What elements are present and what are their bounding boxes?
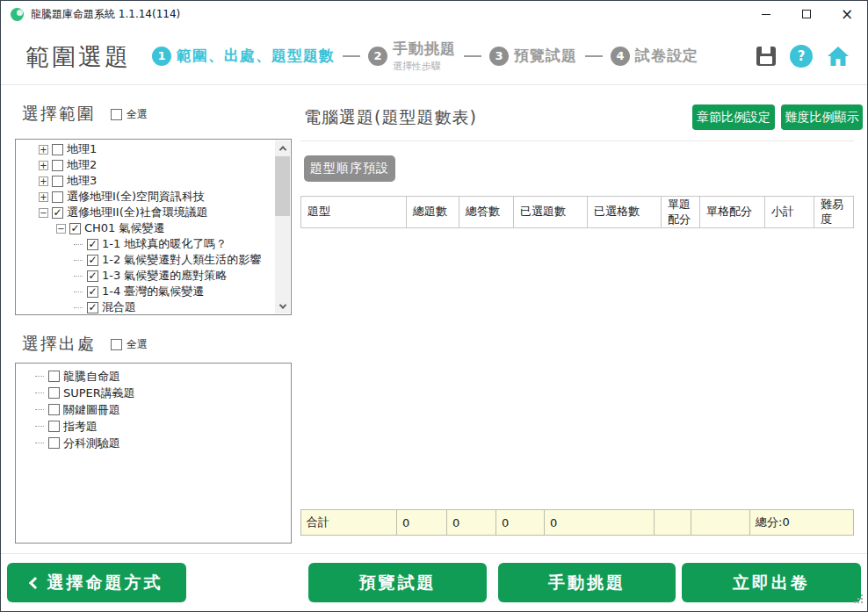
item-label[interactable]: 地理1 [67,141,97,157]
scroll-down-button[interactable] [275,299,290,313]
resize-grip[interactable] [854,594,863,603]
item-checkbox[interactable]: ✓ [87,270,98,282]
item-checkbox[interactable]: ✓ [87,255,98,266]
item-checkbox[interactable] [48,437,60,449]
scope-section-header: 選擇範圍 全選 [22,103,148,126]
tree-item: 龍騰自命題 [16,368,291,385]
step-2[interactable]: 2手動挑題選擇性步驟 [368,39,456,73]
step-number: 4 [611,47,630,66]
collapse-icon[interactable]: − [56,224,66,234]
item-checkbox[interactable]: ✓ [52,207,63,219]
item-checkbox[interactable]: ✓ [87,239,98,250]
scrollbar-thumb[interactable] [275,156,290,216]
summary-label-cell: 合計 [301,510,397,536]
item-label[interactable]: 1-1 地球真的暖化了嗎？ [102,236,227,252]
minimize-button[interactable] [746,1,786,27]
step-separator [343,55,360,57]
tree-item: ✓1-1 地球真的暖化了嗎？ [16,236,291,252]
tree-item: +地理1 [16,141,291,157]
item-checkbox[interactable] [48,371,60,382]
manual-pick-button[interactable]: 手動挑題 [498,563,676,602]
item-label[interactable]: 分科測驗題 [63,436,120,451]
step-3[interactable]: 3預覽試題 [489,46,577,66]
item-checkbox[interactable]: ✓ [87,286,98,298]
scope-select-all-checkbox[interactable] [111,109,122,120]
item-checkbox[interactable] [52,144,63,155]
step-label: 預覽試題 [514,46,577,66]
item-checkbox[interactable] [48,421,60,432]
close-icon: × [841,7,853,22]
item-label[interactable]: 選修地理I(全)空間資訊科技 [67,189,205,205]
item-label[interactable]: 1-3 氣候變遷的應對策略 [102,268,227,284]
app-window: 龍騰題庫命題系統 1.1.14(114) × 範圍選題 1範圍、出處、題型題數2… [0,0,868,612]
maximize-button[interactable] [786,1,827,27]
close-button[interactable]: × [827,1,867,27]
item-label[interactable]: 1-2 氣候變遷對人類生活的影響 [102,252,261,268]
scope-tree-scrollbar[interactable] [275,140,290,313]
item-label[interactable]: 選修地理II(全)社會環境議題 [67,205,208,220]
step-number: 2 [368,47,387,66]
expand-icon[interactable]: + [39,145,48,155]
source-section-header: 選擇出處 全選 [22,333,148,356]
save-button[interactable] [756,47,776,66]
back-button[interactable]: 選擇命題方式 [7,563,186,602]
scroll-up-button[interactable] [275,140,290,155]
source-select-all-checkbox[interactable] [111,339,122,350]
item-label[interactable]: CH01 氣候變遷 [84,220,165,236]
step-number: 1 [152,47,171,66]
expand-icon[interactable]: + [39,176,48,186]
step-separator [464,55,481,57]
column-header: 單格配分 [700,197,765,228]
step-4[interactable]: 4試卷設定 [611,46,698,66]
tree-item: +地理2 [16,157,291,173]
summary-value-cell: 0 [496,510,545,536]
minimize-icon [762,14,770,15]
item-label[interactable]: 1-4 臺灣的氣候變遷 [102,284,204,299]
header-divider [1,84,867,85]
tree-item: 指考題 [16,418,291,435]
item-checkbox[interactable] [48,387,60,399]
item-checkbox[interactable]: ✓ [69,223,81,234]
item-label[interactable]: 龍騰自命題 [63,369,120,385]
summary-value-cell [691,510,750,536]
tree-connector [74,292,83,292]
item-label[interactable]: 指考題 [63,419,98,435]
generate-exam-button[interactable]: 立即出卷 [682,563,861,602]
scope-tree: +地理1+地理2+地理3+選修地理I(全)空間資訊科技−✓選修地理II(全)社會… [16,141,291,315]
tree-item: ✓1-4 臺灣的氣候變遷 [16,284,291,299]
step-indicator: 1範圍、出處、題型題數2手動挑題選擇性步驟3預覽試題4試卷設定 [152,27,698,84]
help-button[interactable]: ? [790,45,813,68]
tree-item: ✓混合題 [16,299,291,315]
maximize-icon [802,10,811,18]
collapse-icon[interactable]: − [39,208,48,218]
item-checkbox[interactable] [52,160,63,171]
preview-questions-button[interactable]: 預覽試題 [308,563,487,602]
column-header: 總題數 [407,197,459,228]
item-checkbox[interactable] [52,176,63,187]
item-checkbox[interactable] [52,191,63,203]
step-1[interactable]: 1範圍、出處、題型題數 [152,46,335,66]
item-label[interactable]: 地理2 [67,157,97,173]
item-checkbox[interactable]: ✓ [87,302,98,313]
type-order-button[interactable]: 題型順序預設 [304,155,395,182]
item-label[interactable]: SUPER講義題 [63,385,135,401]
tree-item: ✓1-2 氣候變遷對人類生活的影響 [16,252,291,268]
item-label[interactable]: 地理3 [67,173,97,189]
page-title: 範圍選題 [25,41,131,73]
header-icons: ? [756,27,850,84]
column-header: 小計 [765,197,814,228]
source-title: 選擇出處 [22,333,96,356]
expand-icon[interactable]: + [39,192,48,202]
difficulty-ratio-button[interactable]: 難度比例顯示 [781,104,863,130]
item-checkbox[interactable] [48,404,60,415]
expand-icon[interactable]: + [39,161,48,170]
step-label-group: 預覽試題 [514,46,577,66]
tree-item: +選修地理I(全)空間資訊科技 [16,189,291,205]
chapter-ratio-button[interactable]: 章節比例設定 [692,104,775,130]
item-label[interactable]: 關鍵圖冊題 [63,402,120,418]
tree-connector [35,409,44,410]
item-label[interactable]: 混合題 [102,299,136,315]
chevron-down-icon [278,301,286,308]
column-header: 題型 [301,197,407,228]
home-button[interactable] [827,46,850,67]
